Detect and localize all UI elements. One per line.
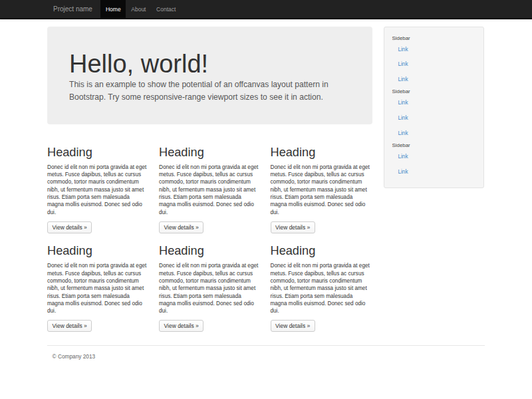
sidebar-link[interactable]: Link — [392, 150, 432, 165]
card-heading: Heading — [159, 244, 261, 258]
brand-link[interactable]: Project name — [53, 0, 92, 18]
view-details-button[interactable]: View details » — [47, 221, 92, 233]
card-body: Donec id elit non mi porta gravida at eg… — [47, 262, 149, 315]
footer-copyright: © Company 2013 — [53, 353, 96, 360]
card-heading: Heading — [271, 244, 372, 258]
card: Heading Donec id elit non mi porta gravi… — [159, 146, 261, 233]
card-body: Donec id elit non mi porta gravida at eg… — [47, 164, 149, 216]
navbar-menu: Home About Contact — [100, 0, 181, 18]
card-body: Donec id elit non mi porta gravida at eg… — [271, 262, 372, 315]
card: Heading Donec id elit non mi porta gravi… — [47, 146, 149, 233]
card-heading: Heading — [47, 146, 149, 160]
sidebar-header: Sidebar — [392, 88, 483, 96]
card-heading: Heading — [271, 146, 372, 160]
navbar: Project name Home About Contact — [0, 0, 532, 19]
jumbotron-title: Hello, world! — [69, 51, 208, 77]
card-heading: Heading — [159, 146, 261, 160]
view-details-button[interactable]: View details » — [271, 320, 315, 332]
view-details-button[interactable]: View details » — [159, 221, 203, 233]
sidebar-header: Sidebar — [392, 35, 483, 43]
view-details-button[interactable]: View details » — [271, 221, 315, 233]
sidebar-link[interactable]: Link — [392, 126, 432, 142]
card-heading: Heading — [47, 244, 149, 258]
sidebar-link[interactable]: Link — [392, 165, 432, 180]
sidebar-link[interactable]: Link — [392, 57, 432, 72]
view-details-button[interactable]: View details » — [159, 320, 203, 332]
nav-item-contact[interactable]: Contact — [151, 0, 181, 18]
sidebar-header: Sidebar — [392, 142, 483, 150]
page: Project name Home About Contact Hello, w… — [0, 0, 532, 399]
view-details-button[interactable]: View details » — [47, 320, 92, 332]
nav-item-home[interactable]: Home — [100, 0, 126, 18]
sidebar-link[interactable]: Link — [392, 111, 432, 126]
sidebar-link[interactable]: Link — [392, 72, 432, 88]
card: Heading Donec id elit non mi porta gravi… — [271, 244, 372, 332]
jumbotron-text: This is an example to show the potential… — [69, 78, 329, 104]
card-body: Donec id elit non mi porta gravida at eg… — [159, 262, 261, 315]
footer-divider — [47, 345, 485, 346]
nav-item-about[interactable]: About — [126, 0, 151, 18]
card-body: Donec id elit non mi porta gravida at eg… — [271, 164, 372, 216]
card-body: Donec id elit non mi porta gravida at eg… — [159, 164, 261, 216]
card: Heading Donec id elit non mi porta gravi… — [271, 146, 372, 233]
sidebar: Sidebar Link Link Link Sidebar Link Link… — [384, 27, 484, 188]
card: Heading Donec id elit non mi porta gravi… — [47, 244, 149, 332]
card: Heading Donec id elit non mi porta gravi… — [159, 244, 261, 332]
sidebar-link[interactable]: Link — [392, 43, 432, 58]
jumbotron: Hello, world! This is an example to show… — [47, 27, 372, 124]
sidebar-link[interactable]: Link — [392, 96, 432, 111]
